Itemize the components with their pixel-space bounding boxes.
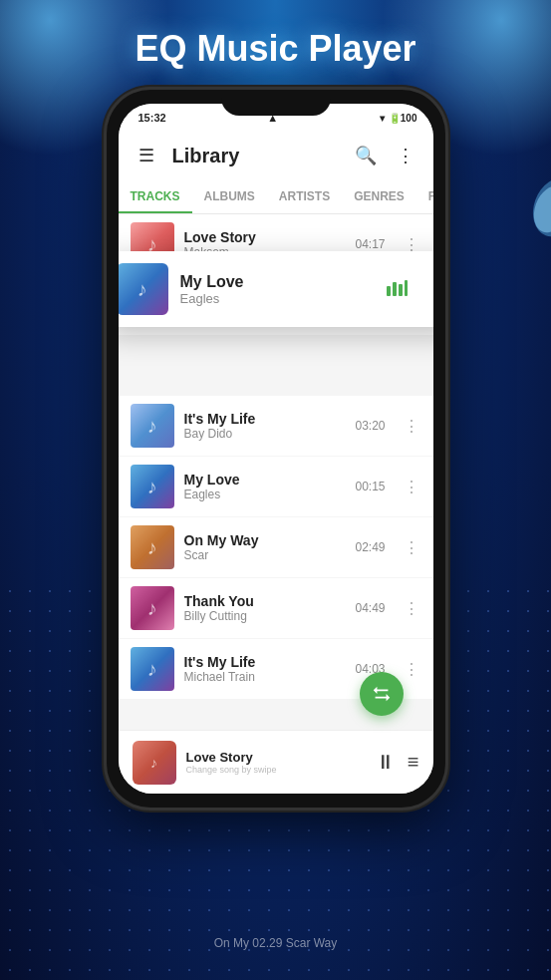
tab-albums[interactable]: ALBUMS: [192, 179, 267, 213]
shuffle-fab-button[interactable]: [360, 672, 404, 716]
now-playing-title: My Love: [180, 273, 374, 291]
track-name: It's My Life: [184, 654, 346, 670]
wifi-icon: ▾: [380, 113, 385, 124]
track-artist: Scar: [184, 548, 346, 562]
notch: [221, 90, 331, 116]
track-duration: 02:49: [355, 540, 385, 554]
more-options-button[interactable]: ⋮: [392, 142, 419, 169]
now-playing-card[interactable]: ♪ My Love Eagles ⋮: [119, 251, 433, 327]
bottom-player-subtitle: Change song by swipe: [186, 765, 366, 775]
page-title: Library: [172, 145, 340, 167]
top-bar: ☰ Library 🔍 ⋮: [119, 132, 433, 179]
bottom-player-thumbnail: ♪: [133, 741, 176, 785]
track-name: My Love: [184, 472, 346, 488]
svg-point-4: [525, 171, 551, 242]
bottom-player-title: Love Story: [186, 750, 366, 765]
track-duration: 00:15: [355, 480, 385, 493]
now-playing-artist: Eagles: [180, 291, 374, 306]
track-thumbnail: ♪: [131, 586, 174, 630]
track-name: It's My Life: [184, 411, 346, 427]
track-artist: Eagles: [184, 488, 346, 501]
now-playing-more-button[interactable]: ⋮: [427, 280, 433, 299]
svg-rect-0: [387, 286, 391, 296]
svg-rect-2: [399, 284, 403, 296]
now-playing-info: My Love Eagles: [180, 273, 374, 306]
svg-point-5: [528, 181, 551, 237]
track-item[interactable]: ♪ It's My Life Bay Dido 03:20 ⋮: [119, 396, 433, 456]
track-more-button[interactable]: ⋮: [402, 417, 421, 436]
app-title: EQ Music Player: [0, 28, 551, 70]
track-thumbnail: ♪: [131, 647, 174, 691]
playlist-button[interactable]: ≡: [408, 751, 419, 774]
track-info: Thank You Billy Cutting: [184, 593, 346, 623]
track-thumbnail: ♪: [131, 465, 174, 508]
status-time: 15:32: [138, 112, 166, 124]
svg-rect-3: [405, 280, 408, 296]
track-info: My Love Eagles: [184, 472, 346, 501]
track-info: It's My Life Michael Train: [184, 654, 346, 684]
track-artist: Billy Cutting: [184, 609, 346, 623]
battery-icon: 🔋100: [389, 113, 417, 124]
track-item[interactable]: ♪ My Love Eagles 00:15 ⋮: [119, 457, 433, 516]
tab-folders[interactable]: FO...: [416, 179, 433, 213]
track-name: Love Story: [184, 229, 346, 245]
search-button[interactable]: 🔍: [352, 142, 380, 169]
phone-frame: 15:32 ▲ ▾ 🔋100 ☰ Library 🔍 ⋮ TRACKS ALBU…: [107, 90, 445, 808]
track-more-button[interactable]: ⋮: [402, 599, 421, 618]
bottom-player-controls: ⏸ ≡: [376, 751, 419, 774]
track-more-button[interactable]: ⋮: [402, 538, 421, 557]
phone-screen: 15:32 ▲ ▾ 🔋100 ☰ Library 🔍 ⋮ TRACKS ALBU…: [119, 104, 433, 794]
pause-button[interactable]: ⏸: [376, 751, 396, 774]
track-artist: Bay Dido: [184, 427, 346, 441]
track-more-button[interactable]: ⋮: [402, 660, 421, 679]
track-artist: Michael Train: [184, 670, 346, 684]
track-item[interactable]: ♪ On My Way Scar 02:49 ⋮: [119, 517, 433, 577]
track-duration: 04:17: [355, 237, 385, 251]
bottom-player-info: Love Story Change song by swipe: [186, 750, 366, 775]
svg-rect-1: [393, 282, 397, 296]
track-name: On My Way: [184, 532, 346, 548]
footer-text: On My 02.29 Scar Way: [214, 936, 338, 950]
tab-artists[interactable]: ARTISTS: [267, 179, 342, 213]
track-duration: 03:20: [355, 419, 385, 433]
menu-button[interactable]: ☰: [133, 142, 160, 169]
equalizer-bars-icon: [386, 278, 408, 301]
tabs-bar: TRACKS ALBUMS ARTISTS GENRES FO...: [119, 179, 433, 214]
track-thumbnail: ♪: [131, 525, 174, 569]
track-info: It's My Life Bay Dido: [184, 411, 346, 441]
now-playing-thumbnail: ♪: [119, 263, 168, 315]
track-item[interactable]: ♪ Thank You Billy Cutting 04:49 ⋮: [119, 578, 433, 638]
track-thumbnail: ♪: [131, 404, 174, 448]
track-more-button[interactable]: ⋮: [402, 478, 421, 496]
tab-tracks[interactable]: TRACKS: [119, 179, 192, 213]
track-info: On My Way Scar: [184, 532, 346, 562]
bottom-player-bar: ♪ Love Story Change song by swipe ⏸ ≡: [119, 730, 433, 794]
track-name: Thank You: [184, 593, 346, 609]
track-duration: 04:49: [355, 601, 385, 615]
hand-cursor-icon: [501, 167, 551, 247]
tab-genres[interactable]: GENRES: [342, 179, 416, 213]
